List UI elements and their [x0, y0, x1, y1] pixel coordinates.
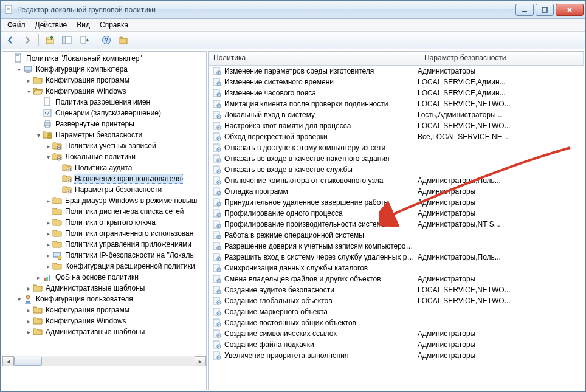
tree-node-label: Административные шаблоны [44, 328, 146, 336]
menu-file[interactable]: Файл [3, 20, 30, 30]
tree-node[interactable]: ▸Административные шаблоны [2, 283, 206, 294]
tree-twist-icon[interactable]: ▾ [44, 154, 52, 160]
tree-node[interactable]: ▸Политики управления приложениями [2, 239, 206, 250]
policy-row[interactable]: Создание аудитов безопасностиLOCAL SERVI… [209, 284, 584, 295]
tree-twist-icon[interactable]: ▸ [24, 307, 33, 314]
policy-row[interactable]: Смена владельцев файлов и других объекто… [209, 273, 584, 284]
tree-node[interactable]: ▸Политики IP-безопасности на "Локаль [2, 250, 206, 261]
tree-twist-icon[interactable]: ▸ [44, 198, 52, 204]
maximize-button[interactable] [536, 4, 554, 16]
tree-twist-icon[interactable]: ▸ [24, 318, 33, 325]
tree-node[interactable]: ▸Конфигурация расширенной политики [2, 261, 206, 272]
tree-node[interactable]: Политики диспетчера списка сетей [2, 206, 206, 217]
policy-row[interactable]: Имитация клиента после проверки подлинно… [209, 98, 584, 109]
tree-twist-icon[interactable]: ▾ [15, 296, 23, 303]
close-button[interactable] [556, 4, 584, 16]
tree-twist-icon[interactable]: ▸ [24, 77, 33, 84]
tree-node[interactable]: ▸Политики ограниченного использован [2, 228, 206, 239]
policy-row[interactable]: Профилирование одного процессаАдминистра… [209, 208, 584, 219]
policy-name: Увеличение приоритета выполнения [224, 351, 415, 360]
column-header-security[interactable]: Параметр безопасности [419, 52, 584, 65]
menu-action[interactable]: Действие [31, 20, 72, 30]
policy-row[interactable]: Локальный вход в системуГость,Администра… [209, 109, 584, 120]
policy-row[interactable]: Разрешение доверия к учетным записям ком… [209, 241, 584, 252]
tree-twist-icon[interactable]: ▸ [24, 329, 33, 335]
policy-row[interactable]: Разрешить вход в систему через службу уд… [209, 252, 584, 263]
tree-twist-icon[interactable]: ▸ [44, 230, 52, 237]
policy-row[interactable]: Изменение часового поясаLOCAL SERVICE,Ад… [209, 88, 584, 98]
tree-pane[interactable]: Политика "Локальный компьютер"▾Конфигура… [2, 51, 207, 390]
tree-node[interactable]: Политика разрешения имен [2, 97, 206, 108]
policy-row[interactable]: Отладка программАдминистраторы [209, 186, 584, 197]
nav-back-button[interactable] [3, 33, 18, 47]
policy-row[interactable]: Увеличение приоритета выполненияАдминист… [209, 350, 584, 361]
tree-twist-icon[interactable]: ▸ [44, 241, 52, 248]
printer-icon [43, 119, 52, 129]
tree-twist-icon[interactable]: ▸ [44, 219, 52, 226]
tree-node[interactable]: ▾Параметры безопасности [2, 129, 206, 140]
show-hide-tree-button[interactable] [60, 33, 74, 47]
tree-node[interactable]: Политика аудита [2, 162, 206, 173]
policy-row[interactable]: Работа в режиме операционной системы [209, 230, 584, 241]
folder-icon [52, 239, 62, 249]
tree-node-label: Брандмауэр Windows в режиме повыш [64, 196, 198, 205]
minimize-button[interactable] [515, 4, 534, 16]
policy-setting: Администраторы [415, 67, 584, 75]
tree-node[interactable]: Политика "Локальный компьютер" [2, 53, 206, 64]
policy-row[interactable]: Отказать во входе в качестве службы [209, 164, 584, 175]
tree-node-label: Параметры безопасности [54, 131, 143, 139]
policy-row[interactable]: Создание глобальных объектовLOCAL SERVIC… [209, 295, 584, 306]
tree-node[interactable]: Назначение прав пользователя [2, 173, 206, 184]
tree-node[interactable]: ▸Политики учетных записей [2, 140, 206, 151]
policy-row[interactable]: Создание файла подкачкиАдминистраторы [209, 339, 584, 350]
tree-twist-icon[interactable]: ▸ [44, 252, 52, 259]
policy-row[interactable]: Изменение параметров среды изготовителяА… [209, 66, 584, 77]
tree-node[interactable]: Сценарии (запуск/завершение) [2, 108, 206, 119]
refresh-button[interactable] [116, 33, 131, 47]
tree-node[interactable]: ▾Конфигурация компьютера [2, 64, 206, 75]
tree-node[interactable]: Развернутые принтеры [2, 119, 206, 129]
tree-node[interactable]: ▾Локальные политики [2, 151, 206, 162]
menu-help[interactable]: Справка [95, 20, 133, 30]
policy-row[interactable]: Профилирование производительности систем… [209, 219, 584, 230]
tree-twist-icon[interactable]: ▸ [34, 274, 43, 281]
help-button[interactable]: ? [99, 33, 114, 47]
policy-row[interactable]: Синхронизация данных службы каталогов [209, 263, 584, 273]
policy-list[interactable]: Изменение параметров среды изготовителяА… [209, 66, 584, 390]
tree-horizontal-scrollbar[interactable]: ◄ ► [2, 356, 206, 366]
nav-forward-button[interactable] [20, 33, 35, 47]
tree-twist-icon[interactable]: ▸ [44, 263, 52, 270]
policy-row[interactable]: Создание постоянных общих объектов [209, 317, 584, 328]
up-level-button[interactable] [43, 33, 57, 47]
export-list-button[interactable] [77, 33, 91, 47]
tree-twist-icon[interactable]: ▾ [24, 88, 33, 95]
policy-row[interactable]: Создание символических ссылокАдминистрат… [209, 328, 584, 339]
policy-row[interactable]: Принудительное удаленное завершение рабо… [209, 197, 584, 208]
scroll-right-icon[interactable]: ► [195, 356, 206, 366]
policy-row[interactable]: Обход перекрестной проверкиВсе,LOCAL SER… [209, 131, 584, 142]
tree-node[interactable]: ▸Конфигурация Windows [2, 315, 206, 326]
tree-twist-icon[interactable]: ▾ [34, 132, 43, 139]
policy-name: Смена владельцев файлов и других объекто… [224, 275, 415, 283]
scroll-left-icon[interactable]: ◄ [2, 356, 14, 366]
tree-node[interactable]: Параметры безопасности [2, 184, 206, 195]
tree-twist-icon[interactable]: ▸ [44, 143, 52, 150]
tree-node[interactable]: ▸Конфигурация программ [2, 75, 206, 86]
tree-twist-icon[interactable]: ▸ [24, 285, 33, 292]
tree-node[interactable]: ▾Конфигурация пользователя [2, 294, 206, 304]
menu-view[interactable]: Вид [72, 20, 94, 30]
policy-row[interactable]: Создание маркерного объекта [209, 306, 584, 317]
policy-row[interactable]: Отказать в доступе к этому компьютеру из… [209, 142, 584, 153]
policy-row[interactable]: Отказать во входе в качестве пакетного з… [209, 153, 584, 164]
tree-twist-icon[interactable]: ▾ [15, 66, 23, 73]
tree-node[interactable]: ▾Конфигурация Windows [2, 86, 206, 97]
tree-node[interactable]: ▸Административные шаблоны [2, 326, 206, 337]
tree-node[interactable]: ▸QoS на основе политики [2, 272, 206, 283]
tree-node[interactable]: ▸Конфигурация программ [2, 304, 206, 315]
policy-row[interactable]: Отключение компьютера от стыковочного уз… [209, 175, 584, 186]
tree-node[interactable]: ▸Брандмауэр Windows в режиме повыш [2, 195, 206, 206]
tree-node[interactable]: ▸Политики открытого ключа [2, 217, 206, 228]
policy-row[interactable]: Настройка квот памяти для процессаLOCAL … [209, 120, 584, 131]
column-header-policy[interactable]: Политика [209, 52, 419, 65]
policy-row[interactable]: Изменение системного времениLOCAL SERVIC… [209, 77, 584, 88]
